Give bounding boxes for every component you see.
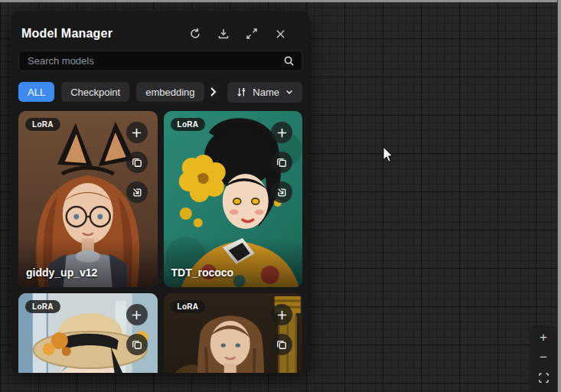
model-type-badge: LoRA [25, 118, 60, 131]
chevron-down-icon [285, 87, 294, 96]
fit-view-button[interactable] [531, 368, 556, 387]
model-name: TDT_rococo [171, 266, 234, 279]
expand-button[interactable] [245, 27, 259, 41]
model-card-classical-portrait[interactable]: LoRA [164, 293, 303, 373]
sort-label: Name [253, 87, 279, 98]
copy-model-button[interactable] [271, 334, 292, 355]
filter-row: ALL Checkpoint embedding Hype Name [18, 82, 302, 102]
add-model-button[interactable] [271, 122, 292, 143]
canvas-zoom-toolbar: + − [530, 325, 557, 392]
zoom-in-button[interactable]: + [531, 328, 556, 348]
card-actions [271, 122, 292, 203]
add-model-button[interactable] [126, 122, 148, 143]
add-model-button[interactable] [126, 304, 148, 325]
search-input[interactable] [26, 54, 283, 67]
card-actions [271, 304, 292, 355]
refresh-icon [189, 28, 201, 40]
copy-icon [276, 157, 287, 168]
copy-icon [132, 339, 142, 350]
search-icon[interactable] [283, 55, 295, 67]
model-type-badge: LoRA [171, 118, 206, 131]
sort-icon [236, 87, 247, 98]
panel-title: Model Manager [21, 27, 113, 41]
sort-button[interactable]: Name [227, 82, 302, 103]
model-card-straw-hat-girl[interactable]: LoRA [18, 293, 158, 373]
import-icon [276, 187, 287, 198]
card-bottom-gradient [18, 238, 158, 287]
download-icon [217, 28, 230, 40]
search-bar [18, 51, 302, 71]
copy-model-button[interactable] [271, 152, 292, 173]
import-model-button[interactable] [271, 181, 292, 203]
extra-tool-button[interactable] [531, 387, 556, 392]
copy-model-button[interactable] [126, 152, 148, 173]
model-name: giddy_up_v12 [26, 266, 97, 279]
filter-chip-embedding[interactable]: embedding [136, 82, 204, 102]
card-actions [126, 122, 148, 203]
add-model-button[interactable] [271, 304, 292, 325]
model-type-badge: LoRA [25, 300, 60, 313]
close-button[interactable] [273, 27, 287, 41]
filter-chip-all[interactable]: ALL [18, 82, 54, 102]
window-edge-right [557, 0, 561, 392]
copy-icon [132, 157, 142, 168]
fit-view-icon [538, 372, 550, 384]
model-manager-panel: Model Manager [11, 11, 310, 373]
copy-icon [276, 339, 287, 350]
card-bottom-gradient [164, 238, 303, 287]
plus-icon [131, 127, 142, 139]
model-card-giddy-up-v12[interactable]: LoRA giddy_up_v12 [18, 111, 158, 287]
refresh-button[interactable] [188, 27, 202, 41]
model-card-tdt-rococo[interactable]: LoRA TDT_rococo [164, 111, 303, 287]
model-card-grid: LoRA giddy_up_v12 [18, 111, 302, 373]
import-icon [132, 187, 142, 198]
zoom-out-button[interactable]: − [531, 348, 556, 368]
window-edge-top [0, 0, 561, 2]
filter-chip-checkpoint[interactable]: Checkpoint [61, 82, 129, 102]
plus-icon [276, 309, 288, 321]
plus-icon [131, 309, 142, 321]
plus-icon [276, 127, 288, 139]
close-icon [275, 28, 286, 40]
card-actions [126, 304, 148, 355]
chevron-right-icon[interactable] [207, 86, 219, 101]
copy-model-button[interactable] [126, 334, 148, 355]
download-button[interactable] [217, 27, 230, 41]
panel-header: Model Manager [21, 24, 299, 43]
header-actions [188, 27, 299, 41]
expand-icon [246, 28, 258, 40]
model-type-badge: LoRA [171, 300, 206, 313]
import-model-button[interactable] [126, 181, 148, 203]
